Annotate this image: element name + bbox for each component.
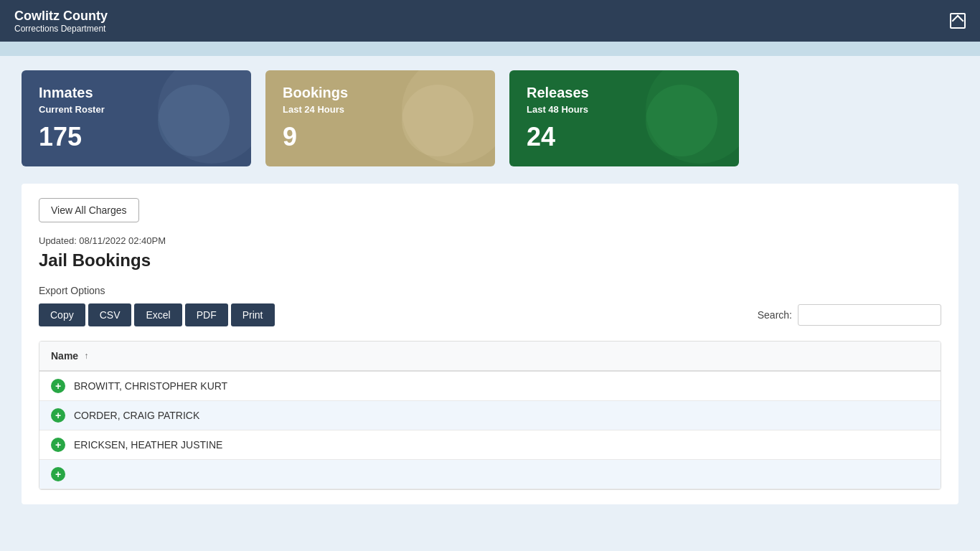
table-row[interactable]: + (39, 460, 941, 489)
pdf-button[interactable]: PDF (185, 303, 228, 326)
bookings-label: Bookings (283, 85, 478, 101)
header-strip (0, 42, 980, 56)
export-options-label: Export Options (39, 285, 941, 296)
main-content: Inmates Current Roster 175 Bookings Last… (0, 56, 980, 519)
stat-card-inmates[interactable]: Inmates Current Roster 175 (22, 70, 251, 166)
expand-row-icon-2[interactable]: + (51, 438, 65, 452)
content-box: View All Charges Updated: 08/11/2022 02:… (22, 184, 958, 504)
section-title: Jail Bookings (39, 250, 941, 270)
releases-sublabel: Last 48 Hours (527, 104, 722, 115)
row-name-1: CORDER, CRAIG PATRICK (74, 410, 199, 421)
inmates-label: Inmates (39, 85, 234, 101)
table-row[interactable]: + CORDER, CRAIG PATRICK (39, 401, 941, 430)
search-input[interactable] (798, 304, 941, 326)
table-row[interactable]: + ERICKSEN, HEATHER JUSTINE (39, 430, 941, 460)
sort-icon[interactable]: ↑ (84, 351, 88, 361)
inmates-number: 175 (39, 122, 234, 152)
excel-button[interactable]: Excel (134, 303, 182, 326)
stat-card-releases[interactable]: Releases Last 48 Hours 24 (509, 70, 739, 166)
app-subtitle: Corrections Department (14, 24, 108, 34)
stats-row: Inmates Current Roster 175 Bookings Last… (22, 70, 958, 166)
releases-number: 24 (527, 122, 722, 152)
bookings-number: 9 (283, 122, 478, 152)
app-title: Cowlitz County (14, 9, 108, 24)
stat-card-bookings[interactable]: Bookings Last 24 Hours 9 (265, 70, 495, 166)
name-column-label: Name (51, 350, 78, 362)
expand-row-icon-0[interactable]: + (51, 379, 65, 393)
export-btn-group: Copy CSV Excel PDF Print (39, 303, 275, 326)
view-all-charges-button[interactable]: View All Charges (39, 198, 139, 222)
releases-label: Releases (527, 85, 722, 101)
search-group: Search: (758, 304, 941, 326)
table-row[interactable]: + BROWITT, CHRISTOPHER KURT (39, 372, 941, 401)
expand-row-icon-1[interactable]: + (51, 408, 65, 423)
row-name-0: BROWITT, CHRISTOPHER KURT (74, 380, 227, 392)
table-col-name: Name ↑ (51, 350, 929, 362)
app-header: Cowlitz County Corrections Department (0, 0, 980, 42)
table-header: Name ↑ (39, 342, 941, 372)
expand-row-icon-3[interactable]: + (51, 467, 65, 481)
inmates-sublabel: Current Roster (39, 104, 234, 115)
search-label: Search: (758, 309, 792, 321)
bookings-table: Name ↑ + BROWITT, CHRISTOPHER KURT + COR… (39, 341, 941, 490)
print-button[interactable]: Print (231, 303, 275, 326)
expand-icon[interactable] (950, 13, 966, 29)
csv-button[interactable]: CSV (88, 303, 132, 326)
updated-timestamp: Updated: 08/11/2022 02:40PM (39, 235, 941, 246)
header-branding: Cowlitz County Corrections Department (14, 9, 108, 34)
copy-button[interactable]: Copy (39, 303, 85, 326)
bookings-sublabel: Last 24 Hours (283, 104, 478, 115)
row-name-2: ERICKSEN, HEATHER JUSTINE (74, 439, 222, 451)
export-buttons-row: Copy CSV Excel PDF Print Search: (39, 303, 941, 326)
